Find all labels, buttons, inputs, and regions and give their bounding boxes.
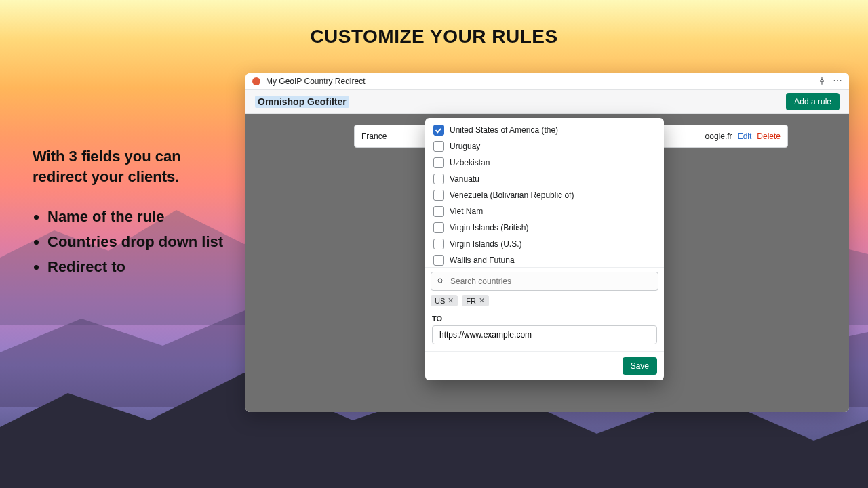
app-header: Omnishop Geofilter Add a rule: [245, 90, 849, 114]
marketing-blurb: With 3 fields you can redirect your clie…: [33, 146, 229, 281]
checkbox-icon[interactable]: [433, 222, 444, 233]
search-icon: [437, 277, 445, 285]
redirect-url-field[interactable]: [432, 325, 657, 344]
app-body: France oogle.fr Edit Delete United State…: [245, 114, 849, 412]
country-option[interactable]: Wallis and Futuna: [428, 252, 661, 268]
country-label: United States of America (the): [450, 125, 558, 135]
country-option[interactable]: Uzbekistan: [428, 155, 661, 171]
country-option[interactable]: Uruguay: [428, 138, 661, 155]
blurb-list: Name of the rule Countries drop down lis…: [33, 205, 229, 278]
blurb-item: Name of the rule: [47, 205, 229, 228]
app-title: Omnishop Geofilter: [255, 96, 349, 108]
rule-destination-fragment: oogle.fr: [705, 131, 732, 141]
checkbox-icon[interactable]: [433, 255, 444, 266]
rule-delete-link[interactable]: Delete: [757, 131, 781, 141]
checkbox-icon[interactable]: [433, 174, 444, 184]
add-rule-button[interactable]: Add a rule: [786, 93, 840, 110]
country-search-field[interactable]: [431, 272, 658, 291]
country-label: Uruguay: [450, 142, 480, 151]
svg-point-0: [438, 279, 442, 283]
country-label: Uzbekistan: [450, 158, 490, 167]
country-dropdown-list[interactable]: United States of America (the) Uruguay U…: [425, 118, 664, 268]
pin-button-icon[interactable]: [817, 76, 827, 87]
rule-name: France: [361, 131, 387, 141]
country-option[interactable]: Virgin Islands (British): [428, 220, 661, 236]
chip-label: US: [435, 297, 445, 305]
country-label: Wallis and Futuna: [450, 256, 515, 265]
country-search-wrap: US ✕ FR ✕: [425, 268, 664, 310]
country-search-input[interactable]: [449, 276, 652, 287]
blurb-lead: With 3 fields you can redirect your clie…: [33, 146, 229, 186]
chip-label: FR: [466, 297, 476, 305]
checkbox-icon[interactable]: [433, 239, 444, 249]
country-chip[interactable]: US ✕: [431, 295, 458, 306]
app-pin-icon: [252, 77, 260, 85]
country-label: Virgin Islands (British): [450, 223, 528, 232]
rule-edit-modal: United States of America (the) Uruguay U…: [425, 118, 664, 380]
country-option[interactable]: United States of America (the): [428, 122, 661, 138]
more-icon[interactable]: ···: [833, 76, 842, 87]
checkbox-icon[interactable]: [433, 157, 444, 168]
checkbox-icon[interactable]: [433, 206, 444, 217]
checkbox-icon[interactable]: [433, 125, 444, 136]
checkbox-icon[interactable]: [433, 190, 444, 201]
country-chip[interactable]: FR ✕: [462, 295, 489, 306]
to-label: TO: [432, 314, 657, 323]
modal-footer: Save: [425, 351, 664, 380]
chip-remove-icon[interactable]: ✕: [479, 296, 485, 305]
blurb-item: Redirect to: [47, 256, 229, 278]
country-label: Viet Nam: [450, 207, 483, 216]
app-topbar: My GeoIP Country Redirect ···: [245, 73, 849, 90]
checkbox-icon[interactable]: [433, 141, 444, 152]
rule-edit-link[interactable]: Edit: [738, 131, 752, 141]
page-heading: CUSTOMIZE YOUR RULES: [0, 26, 868, 47]
country-label: Virgin Islands (U.S.): [450, 239, 521, 249]
svg-line-1: [441, 282, 443, 284]
chip-remove-icon[interactable]: ✕: [448, 296, 454, 305]
country-option[interactable]: Virgin Islands (U.S.): [428, 236, 661, 252]
app-breadcrumb: My GeoIP Country Redirect: [266, 77, 366, 86]
save-button[interactable]: Save: [623, 357, 657, 375]
selected-country-chips: US ✕ FR ✕: [431, 295, 658, 306]
country-label: Venezuela (Bolivarian Republic of): [450, 190, 574, 200]
country-option[interactable]: Viet Nam: [428, 203, 661, 220]
country-option[interactable]: Venezuela (Bolivarian Republic of): [428, 187, 661, 203]
country-label: Vanuatu: [450, 174, 479, 184]
country-option[interactable]: Vanuatu: [428, 171, 661, 187]
redirect-to-section: TO: [425, 310, 664, 351]
redirect-url-input[interactable]: [438, 329, 651, 340]
blurb-item: Countries drop down list: [47, 230, 229, 253]
app-window: My GeoIP Country Redirect ··· Omnishop G…: [245, 73, 849, 412]
